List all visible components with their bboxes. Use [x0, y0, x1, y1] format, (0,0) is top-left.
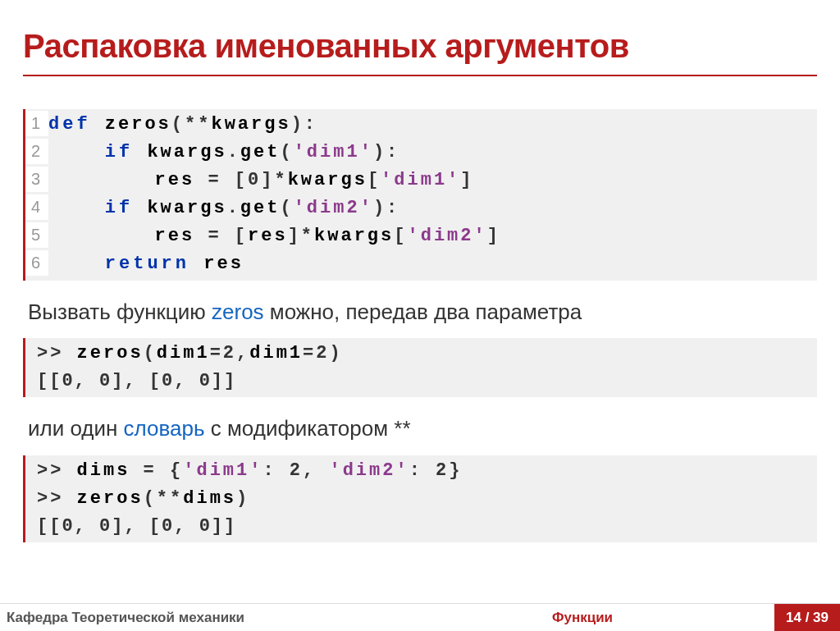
code-content: >> zeros(**dims) — [37, 485, 817, 513]
line-number: 2 — [25, 139, 48, 164]
line-number: 3 — [25, 167, 48, 192]
code-line: 4 if kwargs.get('dim2'): — [25, 194, 817, 222]
code-line: [[0, 0], [0, 0]] — [37, 368, 817, 396]
code-line: >> zeros(**dims) — [37, 485, 817, 513]
code-content: def zeros(**kwargs): — [48, 111, 817, 139]
code-block-call-2: >> dims = {'dim1': 2, 'dim2': 2} >> zero… — [23, 455, 817, 542]
footer: Кафедра Теоретической механики Функции 1… — [0, 603, 840, 631]
code-line: 1 def zeros(**kwargs): — [25, 111, 817, 139]
body-text-1: Вызвать функцию zeros можно, передав два… — [28, 297, 817, 327]
footer-page-number: 14 / 39 — [774, 604, 840, 631]
code-content: if kwargs.get('dim1'): — [48, 139, 817, 167]
code-output: [[0, 0], [0, 0]] — [37, 368, 817, 396]
code-line: >> dims = {'dim1': 2, 'dim2': 2} — [37, 457, 817, 485]
code-content: return res — [48, 250, 817, 278]
code-content: >> zeros(dim1=2,dim1=2) — [37, 340, 817, 368]
line-number: 1 — [25, 111, 48, 136]
line-number: 6 — [25, 250, 48, 276]
code-line: >> zeros(dim1=2,dim1=2) — [37, 340, 817, 368]
code-content: res = [res]*kwargs['dim2'] — [48, 222, 817, 250]
code-line: 5 res = [res]*kwargs['dim2'] — [25, 222, 817, 250]
code-block-call-1: >> zeros(dim1=2,dim1=2) [[0, 0], [0, 0]] — [23, 338, 817, 397]
slide: Распаковка именованных аргументов 1 def … — [0, 0, 840, 631]
line-number: 5 — [25, 222, 48, 248]
slide-title: Распаковка именованных аргументов — [23, 28, 817, 76]
code-line: 3 res = [0]*kwargs['dim1'] — [25, 167, 817, 194]
line-number: 4 — [25, 194, 48, 220]
code-content: if kwargs.get('dim2'): — [48, 194, 817, 222]
footer-section: Функции — [390, 604, 774, 631]
code-line: [[0, 0], [0, 0]] — [37, 513, 817, 541]
footer-department: Кафедра Теоретической механики — [0, 604, 390, 631]
code-line: 6 return res — [25, 250, 817, 278]
code-line: 2 if kwargs.get('dim1'): — [25, 139, 817, 167]
code-block-definition: 1 def zeros(**kwargs): 2 if kwargs.get('… — [23, 109, 817, 281]
body-text-2: или один словарь с модификатором ** — [28, 414, 817, 443]
code-output: [[0, 0], [0, 0]] — [37, 513, 817, 541]
code-content: >> dims = {'dim1': 2, 'dim2': 2} — [37, 457, 817, 485]
code-content: res = [0]*kwargs['dim1'] — [48, 167, 817, 194]
